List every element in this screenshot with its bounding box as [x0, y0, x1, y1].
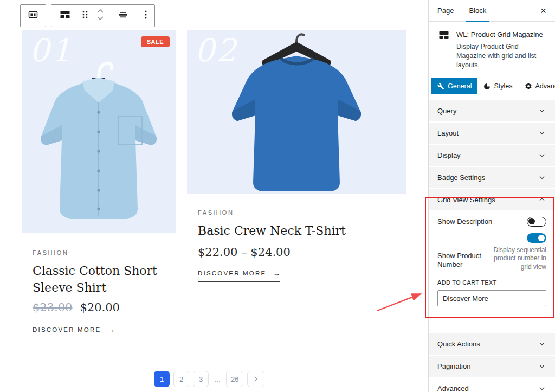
toggle-knob	[528, 218, 535, 224]
align-icon	[117, 8, 130, 23]
show-product-number-control: Display sequential product number in gri…	[492, 233, 546, 272]
tshirt-illustration	[187, 30, 406, 194]
panel-display-label: Display	[437, 151, 461, 159]
tab-styles[interactable]: Styles	[477, 78, 518, 94]
select-parent-button[interactable]	[21, 5, 46, 27]
tab-block[interactable]: Block	[469, 0, 486, 22]
tab-styles-label: Styles	[494, 82, 512, 90]
product-2-title: Basic Crew Neck T-Shirt	[198, 222, 377, 239]
panel-badge-settings[interactable]: Badge Settings	[429, 167, 555, 188]
panel-quick-actions[interactable]: Quick Actions	[429, 333, 555, 355]
show-product-number-row: Show Product Number Display sequential p…	[437, 233, 546, 272]
gear-icon	[525, 82, 532, 90]
block-description: Display Product Grid Magazine with grid …	[456, 42, 546, 70]
add-to-cart-text-label: ADD TO CART TEXT	[437, 279, 546, 286]
product-2-price: $22.00 – $24.00	[198, 246, 291, 259]
chevron-down-icon	[538, 106, 546, 115]
show-product-number-help: Display sequential product number in gri…	[492, 246, 546, 272]
product-1-prices: $23.00 $20.00	[33, 301, 173, 314]
panel-advanced[interactable]: Advanced	[429, 378, 555, 392]
grid-view-settings-content: Show Description Show Product Number Dis…	[429, 211, 555, 331]
panel-query[interactable]: Query	[429, 100, 555, 121]
tab-general[interactable]: General	[431, 78, 477, 94]
chevron-up-down-icon	[95, 8, 105, 24]
toggle-knob	[538, 235, 545, 241]
select-parent-group	[20, 4, 46, 27]
settings-panels: Query Layout Display Badge Settings Grid…	[429, 100, 555, 392]
pagination-page-1[interactable]: 1	[154, 371, 170, 387]
options-button[interactable]	[138, 5, 153, 27]
tab-page[interactable]: Page	[437, 0, 454, 22]
product-1-title: Classic Cotton Short Sleeve Shirt	[33, 262, 157, 296]
panel-pagination-label: Pagination	[437, 362, 470, 370]
panel-grid-view-settings-label: Grid View Settings	[437, 196, 495, 204]
product-1-discover-more-link[interactable]: DISCOVER MORE →	[33, 325, 115, 338]
drag-handle[interactable]	[78, 5, 93, 27]
align-section	[109, 5, 137, 27]
block-mover-section	[51, 5, 109, 27]
chevron-right-icon	[252, 375, 260, 383]
wrench-icon	[437, 83, 444, 90]
magazine-grid-icon	[59, 8, 72, 23]
arrow-right-icon: →	[273, 269, 280, 278]
panel-advanced-label: Advanced	[437, 384, 469, 392]
product-2-cta-label: DISCOVER MORE	[198, 270, 266, 277]
add-to-cart-text-input[interactable]	[437, 290, 546, 306]
show-product-number-toggle[interactable]	[527, 233, 546, 243]
pagination-page-26[interactable]: 26	[226, 371, 243, 387]
chevron-down-icon	[538, 362, 546, 370]
product-card-1-image[interactable]: 01 SALE	[22, 30, 176, 233]
chevron-down-icon	[538, 384, 546, 392]
options-section	[137, 5, 154, 27]
sidebar-header: Page Block ×	[429, 0, 555, 22]
align-button[interactable]	[111, 5, 135, 27]
product-2-prices: $22.00 – $24.00	[198, 246, 377, 259]
select-parent-icon	[27, 8, 40, 23]
block-info-card: WL: Product Grid Magazine Display Produc…	[429, 22, 555, 76]
chevron-up-icon	[538, 195, 546, 204]
close-icon[interactable]: ×	[540, 5, 546, 16]
product-1-old-price: $23.00	[33, 301, 72, 314]
shirt-illustration	[22, 30, 176, 233]
product-card-2-image[interactable]: 02	[187, 30, 406, 194]
block-toolbar	[20, 4, 155, 27]
pagination-ellipsis: …	[212, 371, 222, 387]
show-product-number-label: Show Product Number	[437, 252, 487, 272]
show-description-label: Show Description	[437, 217, 492, 226]
show-description-toggle[interactable]	[527, 217, 546, 227]
block-title: WL: Product Grid Magazine	[456, 30, 546, 38]
editor-canvas: 01 SALE 02	[0, 0, 428, 392]
arrow-right-icon: →	[107, 325, 115, 334]
pagination-page-3[interactable]: 3	[193, 371, 209, 387]
product-1-cta-label: DISCOVER MORE	[33, 326, 101, 333]
panel-query-label: Query	[437, 107, 456, 115]
settings-sidebar: Page Block × WL: Product Grid Magazine D…	[428, 0, 555, 392]
drag-dots-icon	[81, 10, 89, 22]
move-up-down-button[interactable]	[93, 5, 108, 27]
product-card-2-info: FASHION Basic Crew Neck T-Shirt $22.00 –…	[198, 209, 377, 282]
panel-pagination[interactable]: Pagination	[429, 356, 555, 377]
panel-badge-settings-label: Badge Settings	[437, 173, 485, 182]
panel-display[interactable]: Display	[429, 145, 555, 166]
sale-badge: SALE	[141, 36, 170, 47]
block-type-button[interactable]	[53, 5, 78, 27]
tab-advanced-label: Advanced	[535, 82, 555, 90]
panel-quick-actions-label: Quick Actions	[437, 340, 480, 348]
product-2-discover-more-link[interactable]: DISCOVER MORE →	[198, 269, 280, 282]
pagination-next-button[interactable]	[247, 371, 264, 387]
product-1-category: FASHION	[33, 249, 173, 256]
panel-layout-label: Layout	[437, 129, 459, 137]
tab-advanced[interactable]: Advanced	[519, 78, 555, 94]
magazine-grid-icon	[437, 29, 450, 70]
product-1-price: $20.00	[80, 301, 119, 314]
chevron-down-icon	[538, 339, 546, 348]
panel-grid-view-settings[interactable]: Grid View Settings	[429, 189, 555, 210]
pie-icon	[483, 83, 491, 90]
pagination-page-2[interactable]: 2	[173, 371, 189, 387]
chevron-down-icon	[538, 151, 546, 159]
show-description-row: Show Description	[437, 217, 546, 227]
product-2-category: FASHION	[198, 209, 377, 216]
chevron-down-icon	[538, 173, 546, 182]
panel-layout[interactable]: Layout	[429, 123, 555, 144]
tab-general-label: General	[448, 82, 472, 90]
